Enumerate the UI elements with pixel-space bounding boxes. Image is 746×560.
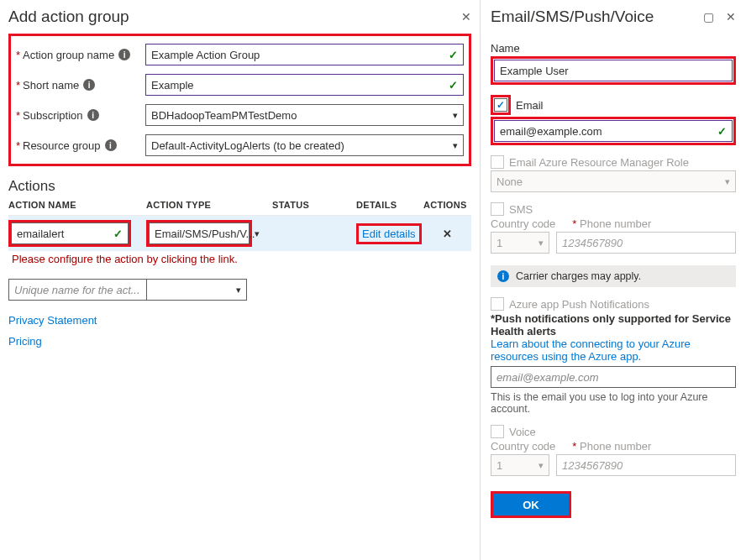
chevron-down-icon: ▾ xyxy=(255,228,260,239)
required-star: * xyxy=(16,49,23,61)
cc-label: Country code xyxy=(491,440,555,453)
sms-country-code-select[interactable]: 1▾ xyxy=(491,232,549,254)
arm-label: Email Azure Resource Manager Role xyxy=(509,156,689,169)
push-warning: *Push notifications only supported for S… xyxy=(491,312,736,338)
name-label: Name xyxy=(491,42,736,55)
privacy-link[interactable]: Privacy Statement xyxy=(8,314,97,327)
subscription-label: Subscription xyxy=(23,109,83,122)
push-email-input[interactable]: email@example.com xyxy=(491,366,736,388)
pricing-link[interactable]: Pricing xyxy=(8,335,42,348)
check-icon: ✓ xyxy=(717,125,727,138)
email-input[interactable]: email@example.com ✓ xyxy=(494,120,733,142)
email-label: Email xyxy=(516,99,544,112)
carrier-banner: i Carrier charges may apply. xyxy=(491,265,736,287)
form-highlight-box: * Action group name i Example Action Gro… xyxy=(8,34,471,166)
arm-role-select[interactable]: None▾ xyxy=(491,170,736,192)
info-icon[interactable]: i xyxy=(87,109,99,121)
remove-action-icon[interactable]: ✕ xyxy=(443,228,452,240)
chevron-down-icon: ▾ xyxy=(453,110,458,121)
voice-label: Voice xyxy=(509,426,536,438)
voice-checkbox[interactable] xyxy=(491,425,504,438)
right-panel-title: Email/SMS/Push/Voice xyxy=(491,8,703,26)
chevron-down-icon: ▾ xyxy=(538,460,544,471)
chevron-down-icon: ▾ xyxy=(453,140,458,151)
push-label: Azure app Push Notifications xyxy=(509,298,649,311)
resource-group-select[interactable]: Default-ActivityLogAlerts (to be created… xyxy=(145,134,464,156)
close-icon[interactable]: ✕ xyxy=(726,10,736,24)
chevron-down-icon: ▾ xyxy=(725,176,730,187)
close-icon[interactable]: ✕ xyxy=(461,10,471,24)
name-input[interactable]: Example User xyxy=(494,60,733,81)
arm-checkbox[interactable] xyxy=(491,155,504,169)
action-type-select-new[interactable]: ▾ xyxy=(146,279,247,301)
actions-table-header: ACTION NAME ACTION TYPE STATUS DETAILS A… xyxy=(8,200,471,216)
email-checkbox[interactable] xyxy=(494,98,507,112)
cc-label: Country code xyxy=(491,217,555,230)
push-checkbox[interactable] xyxy=(491,297,504,311)
group-name-input[interactable]: Example Action Group ✓ xyxy=(145,44,464,65)
voice-phone-input[interactable]: 1234567890 xyxy=(556,454,736,476)
sms-phone-input[interactable]: 1234567890 xyxy=(556,232,736,254)
group-name-label: Action group name xyxy=(23,49,114,61)
action-type-select[interactable]: Email/SMS/Push/V... ▾ xyxy=(149,222,250,244)
action-row-new: Unique name for the act... ▾ xyxy=(8,272,471,307)
action-error-text: Please configure the action by clicking … xyxy=(12,253,471,265)
voice-country-code-select[interactable]: 1▾ xyxy=(491,454,549,476)
action-row: emailalert ✓ Email/SMS/Push/V... ▾ Edit … xyxy=(8,216,471,251)
short-name-input[interactable]: Example ✓ xyxy=(145,74,464,96)
subscription-select[interactable]: BDHadoopTeamPMTestDemo ▾ xyxy=(145,104,464,126)
info-icon: i xyxy=(497,270,509,282)
actions-heading: Actions xyxy=(8,178,471,195)
sms-checkbox[interactable] xyxy=(491,202,504,216)
chevron-down-icon: ▾ xyxy=(236,285,241,296)
page-title: Add action group xyxy=(8,8,461,26)
pn-label: Phone number xyxy=(580,217,651,230)
check-icon: ✓ xyxy=(449,79,458,92)
resource-group-label: Resource group xyxy=(23,139,101,152)
info-icon[interactable]: i xyxy=(118,49,130,60)
ok-button[interactable]: OK xyxy=(493,494,569,516)
check-icon: ✓ xyxy=(449,49,458,61)
short-name-label: Short name xyxy=(23,79,79,92)
maximize-icon[interactable]: ▢ xyxy=(703,10,714,24)
action-name-input[interactable]: emailalert ✓ xyxy=(11,222,129,244)
sms-label: SMS xyxy=(509,203,533,216)
edit-details-link[interactable]: Edit details xyxy=(362,228,416,240)
push-help: This is the email you use to log into yo… xyxy=(491,391,736,415)
check-icon: ✓ xyxy=(113,228,123,240)
chevron-down-icon: ▾ xyxy=(538,238,544,249)
info-icon[interactable]: i xyxy=(83,79,95,91)
action-name-input-new[interactable]: Unique name for the act... xyxy=(8,279,151,301)
info-icon[interactable]: i xyxy=(105,139,117,151)
push-learn-link[interactable]: Learn about the connecting to your Azure… xyxy=(491,338,691,363)
pn-label: Phone number xyxy=(580,440,651,453)
